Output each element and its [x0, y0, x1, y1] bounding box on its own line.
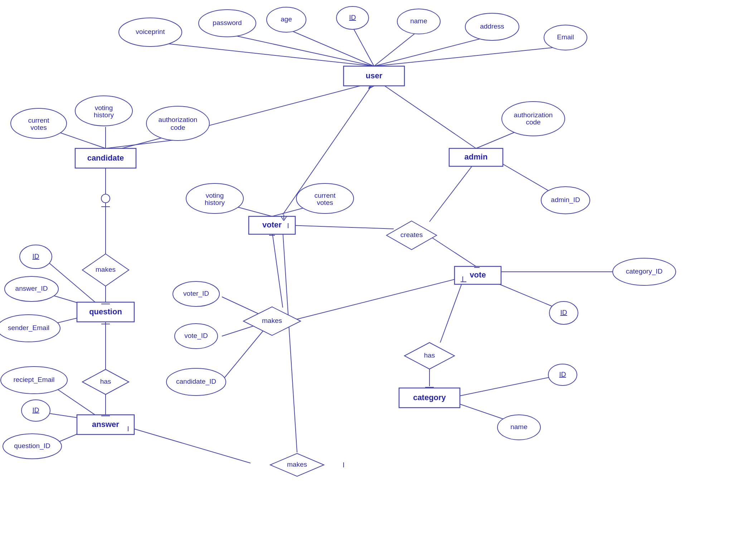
- svg-text:has: has: [100, 378, 111, 385]
- svg-line-6: [374, 46, 564, 66]
- svg-text:category_ID: category_ID: [626, 267, 662, 275]
- svg-text:name: name: [410, 17, 427, 25]
- entity-admin-label: admin: [465, 152, 488, 161]
- svg-text:voting: voting: [95, 104, 113, 112]
- svg-line-1: [286, 29, 374, 66]
- svg-text:creates: creates: [400, 231, 423, 239]
- svg-text:vote_ID: vote_ID: [184, 332, 208, 340]
- svg-text:ID: ID: [33, 406, 39, 414]
- svg-text:address: address: [480, 23, 504, 30]
- svg-text:code: code: [526, 118, 540, 126]
- svg-text:current: current: [28, 117, 49, 124]
- svg-text:makes: makes: [96, 266, 116, 273]
- svg-line-55: [455, 375, 558, 397]
- svg-text:voiceprint: voiceprint: [136, 28, 165, 35]
- svg-text:voter_ID: voter_ID: [183, 290, 209, 298]
- svg-text:votes: votes: [30, 124, 47, 131]
- svg-text:ID: ID: [349, 14, 356, 21]
- er-diagram: .entity { fill: white; stroke: #4444aa; …: [0, 0, 748, 560]
- svg-line-57: [290, 225, 394, 229]
- svg-line-22: [272, 231, 283, 308]
- svg-text:reciept_Email: reciept_Email: [13, 376, 54, 384]
- svg-text:history: history: [94, 111, 114, 119]
- svg-line-48: [283, 231, 297, 452]
- svg-line-20: [429, 161, 476, 222]
- entity-vote-label: vote: [470, 270, 486, 279]
- svg-line-0: [227, 34, 374, 66]
- svg-line-4: [374, 36, 492, 66]
- svg-text:voting: voting: [206, 192, 224, 199]
- entity-question-label: question: [89, 307, 122, 316]
- entity-answer-label: answer: [92, 420, 119, 429]
- svg-text:ID: ID: [559, 370, 566, 378]
- svg-text:authorization: authorization: [514, 111, 553, 119]
- svg-line-3: [374, 30, 419, 66]
- svg-text:sender_Email: sender_Email: [8, 324, 49, 332]
- entity-candidate-label: candidate: [87, 153, 124, 162]
- entity-voter-label: voter: [262, 220, 282, 229]
- svg-text:password: password: [213, 19, 242, 26]
- svg-text:answer_ID: answer_ID: [15, 285, 48, 293]
- svg-text:Email: Email: [557, 33, 574, 41]
- svg-text:age: age: [281, 15, 292, 23]
- svg-text:ID: ID: [560, 309, 567, 316]
- svg-text:history: history: [205, 199, 225, 206]
- svg-line-12: [379, 82, 476, 148]
- svg-line-26: [293, 277, 463, 320]
- svg-text:admin_ID: admin_ID: [551, 196, 580, 204]
- svg-text:authorization: authorization: [159, 116, 198, 123]
- svg-text:votes: votes: [317, 199, 333, 206]
- svg-text:makes: makes: [287, 461, 307, 468]
- svg-text:makes: makes: [262, 317, 282, 324]
- svg-line-24: [429, 236, 476, 266]
- svg-text:code: code: [170, 124, 185, 131]
- svg-point-32: [101, 194, 110, 203]
- svg-line-15: [106, 139, 179, 148]
- svg-line-46: [129, 427, 251, 463]
- svg-line-5: [154, 42, 374, 66]
- svg-text:current: current: [314, 192, 336, 199]
- svg-line-49: [440, 279, 463, 343]
- svg-text:name: name: [510, 423, 528, 431]
- svg-text:question_ID: question_ID: [14, 442, 50, 450]
- entity-category-label: category: [413, 393, 446, 402]
- entity-user-label: user: [366, 71, 383, 80]
- svg-line-2: [353, 27, 374, 66]
- svg-text:candidate_ID: candidate_ID: [176, 378, 216, 385]
- svg-text:ID: ID: [33, 252, 39, 260]
- svg-text:has: has: [424, 352, 435, 359]
